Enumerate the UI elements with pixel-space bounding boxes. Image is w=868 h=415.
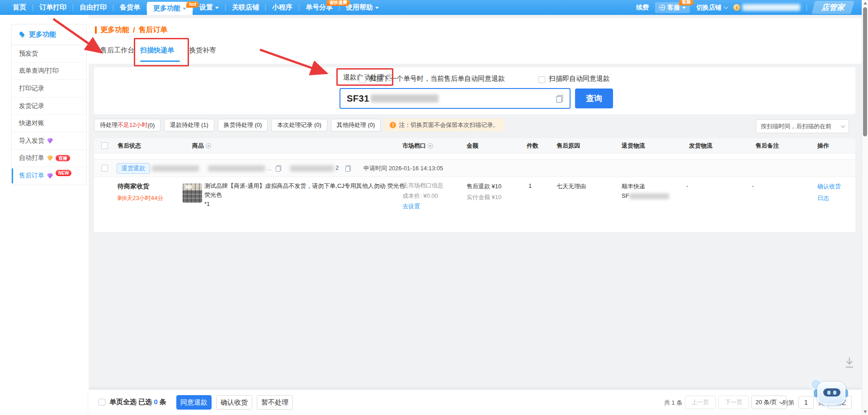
- aftersale-table: 售后状态 商品 市场档口 金额 件数 售后原因 退货物流 发货物流 售后备注 操…: [94, 138, 855, 232]
- sidebar-item-shipping-records[interactable]: 发货记录: [12, 98, 86, 115]
- scrollbar-up-arrow[interactable]: [863, 2, 867, 5]
- main-content: 更多功能 / 售后订单 售后工作台 扫描快递单 换货补寄 退款自动处理 ? 扫描…: [89, 15, 862, 415]
- page-scrollbar[interactable]: [862, 0, 868, 415]
- filter-refund-pending[interactable]: 退款待处理 (1): [164, 119, 214, 131]
- nav-linked-shops[interactable]: 关联店铺: [226, 0, 265, 15]
- row-status: 待商家收货: [118, 182, 149, 191]
- breadcrumb-parent[interactable]: 更多功能: [100, 25, 129, 35]
- customer-service-button[interactable]: 客服 客服: [655, 2, 690, 13]
- breadcrumb: 更多功能 / 售后订单: [95, 25, 167, 35]
- copy-icon[interactable]: [557, 95, 563, 103]
- select-all-header-checkbox[interactable]: [101, 142, 108, 149]
- brand-logo: 店管家: [811, 1, 854, 14]
- renew-button[interactable]: 续费: [636, 4, 649, 12]
- nav-tracking-share[interactable]: 单号分享 省快递费: [299, 0, 339, 15]
- tab-aftersale-workbench[interactable]: 售后工作台: [100, 46, 134, 55]
- select-all-page-checkbox[interactable]: [99, 399, 105, 406]
- agree-refund-button[interactable]: 同意退款: [176, 395, 212, 410]
- row-checkbox[interactable]: [101, 165, 108, 172]
- query-button[interactable]: 查询: [575, 89, 613, 108]
- account-info[interactable]: !: [733, 4, 800, 11]
- auto-agree-scan-checkbox[interactable]: [538, 76, 545, 83]
- nav-separator: [807, 5, 807, 11]
- col-remark: 售后备注: [755, 138, 779, 154]
- sidebar-item-pre-shipment[interactable]: 预发货: [12, 45, 86, 63]
- hold-button[interactable]: 暂不处理: [257, 395, 293, 410]
- total-count: 共 1 条: [664, 399, 682, 407]
- breadcrumb-accent-bar: [95, 26, 97, 34]
- active-tab-underline: [140, 61, 180, 62]
- col-aftersale-status: 售后状态: [118, 138, 141, 154]
- table-header-row: 售后状态 商品 市场档口 金额 件数 售后原因 退货物流 发货物流 售后备注 操…: [94, 138, 855, 154]
- cost-price: 成本价: ¥0.00: [402, 192, 438, 200]
- page-header: 更多功能 / 售后订单 售后工作台 扫描快递单 换货补寄: [89, 18, 862, 64]
- filter-pending-12h[interactable]: 待处理不足12小时 (0): [94, 119, 160, 131]
- col-ship-logistics: 发货物流: [689, 138, 712, 154]
- tab-scan-express[interactable]: 扫描快递单: [140, 46, 174, 55]
- col-quantity: 件数: [527, 138, 538, 154]
- sidebar-item-print-records[interactable]: 打印记录: [12, 80, 86, 98]
- aftersale-detail-row: 待商家收货 剩6天23小时44分 测试品牌【商派-通用】虚拟商品不发货，请勿下单…: [94, 177, 855, 219]
- prev-page-button[interactable]: 上一页: [685, 396, 716, 409]
- tracking-redacted: [629, 193, 669, 199]
- filter-other-pending[interactable]: 其他待处理 (0): [331, 119, 381, 131]
- filter-exchange-pending[interactable]: 换货待处理 (0): [218, 119, 268, 131]
- caret-down-icon: [682, 7, 686, 9]
- auto-agree-scan-label[interactable]: 扫描即自动同意退款: [549, 75, 610, 83]
- scrollbar-thumb[interactable]: [863, 7, 867, 136]
- order-id-redacted: [208, 165, 265, 172]
- copy-icon[interactable]: [276, 165, 281, 172]
- service-badge: 客服: [679, 0, 693, 5]
- order-id-2-redacted: [290, 165, 334, 172]
- sidebar-item-auto-print[interactable]: 自动打单 直播: [12, 150, 86, 168]
- col-return-logistics: 退货物流: [622, 138, 645, 154]
- switch-shop-button[interactable]: 切换店铺: [696, 4, 727, 12]
- top-nav-right: 续费 客服 客服 切换店铺 ! 店管家: [636, 0, 868, 15]
- remark-empty: -: [752, 182, 754, 189]
- copy-icon[interactable]: [345, 165, 351, 172]
- sidebar-item-courier-reconcile[interactable]: 快递对账: [12, 115, 86, 132]
- order-id-suffix: 2: [335, 164, 339, 171]
- column-config-icon[interactable]: [428, 143, 433, 149]
- truncation-ellipsis: ...: [267, 165, 272, 172]
- filter-session-records[interactable]: 本次处理记录 (0): [271, 119, 327, 131]
- assistant-robot-button[interactable]: [810, 377, 852, 412]
- confirm-receipt-button[interactable]: 确认收货: [216, 395, 252, 410]
- tracking-number-input[interactable]: SF31: [340, 88, 571, 109]
- robot-visor: [823, 388, 840, 396]
- top-nav-items: 首页 订单打印 自由打印 备货单 更多功能 hot 设置 关联店铺 小程序 单号…: [0, 0, 385, 15]
- sort-order-dropdown[interactable]: 按扫描时间，后扫描的在前: [756, 119, 849, 133]
- nav-more-features[interactable]: 更多功能 hot: [147, 2, 193, 15]
- select-all-page-label[interactable]: 单页全选: [109, 398, 137, 406]
- auto-agree-next-label[interactable]: 扫描下一个单号时，当前售后单自动同意退款: [369, 75, 505, 83]
- page-title: 售后订单: [138, 25, 167, 35]
- nav-home[interactable]: 首页: [6, 0, 33, 15]
- nav-mini-program[interactable]: 小程序: [266, 0, 299, 15]
- sidebar-item-import-shipping[interactable]: 导入发货: [12, 132, 86, 150]
- column-config-icon[interactable]: [206, 143, 211, 149]
- product-image[interactable]: [183, 183, 202, 203]
- confirm-receipt-link[interactable]: 确认收货: [817, 182, 841, 191]
- refund-return-badge[interactable]: 退货退款: [117, 163, 150, 174]
- breadcrumb-separator: /: [133, 26, 135, 34]
- auto-agree-next-checkbox[interactable]: [359, 76, 366, 83]
- item-count: 1: [528, 182, 532, 189]
- log-link[interactable]: 日志: [817, 194, 829, 202]
- hot-badge: hot: [186, 1, 199, 8]
- stall-setup-link[interactable]: 去设置: [402, 202, 420, 210]
- scrollbar-down-arrow[interactable]: [863, 410, 867, 413]
- nav-stock-list[interactable]: 备货单: [113, 0, 146, 15]
- sidebar-item-receipt-query[interactable]: 底单查询/打印: [12, 63, 86, 80]
- tab-exchange-reship[interactable]: 换货补寄: [189, 46, 216, 55]
- gem-icon: [47, 138, 53, 144]
- page-size-dropdown[interactable]: 20 条/页: [751, 396, 787, 409]
- nav-free-print[interactable]: 自由打印: [73, 0, 113, 15]
- sidebar-item-aftersale-orders[interactable]: 售后订单 NEW: [12, 167, 86, 185]
- vip-icon: !: [733, 4, 740, 11]
- layers-icon: [19, 32, 25, 37]
- ship-logistics-empty: -: [686, 182, 688, 189]
- download-icon[interactable]: [844, 357, 854, 370]
- next-page-button[interactable]: 下一页: [718, 396, 749, 409]
- col-product: 商品: [192, 138, 211, 154]
- nav-order-print[interactable]: 订单打印: [33, 0, 73, 15]
